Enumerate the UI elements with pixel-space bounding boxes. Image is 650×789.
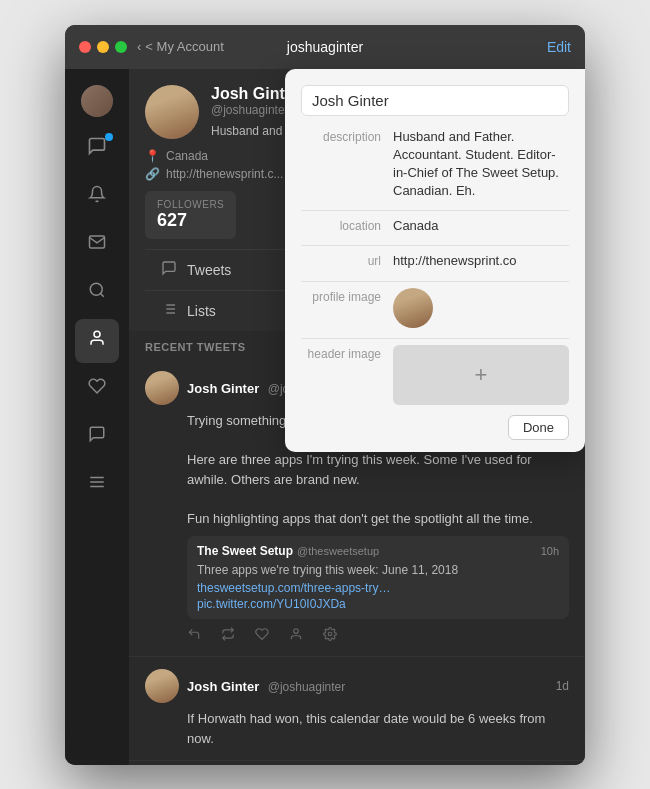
qt-handle: @thesweetsetup bbox=[297, 545, 379, 557]
edit-name-input[interactable] bbox=[301, 85, 569, 116]
profile-avatar bbox=[145, 85, 199, 139]
qt-link2[interactable]: pic.twitter.com/YU10I0JXDa bbox=[197, 597, 559, 611]
tweet-1-line-3: Fun highlighting apps that don't get the… bbox=[187, 509, 569, 529]
tweet-2-body: If Horwath had won, this calendar date w… bbox=[187, 709, 569, 748]
chat-icon bbox=[87, 136, 107, 161]
traffic-lights bbox=[79, 41, 127, 53]
sidebar-item-likes[interactable] bbox=[75, 367, 119, 411]
followers-count: 627 bbox=[157, 210, 224, 231]
edit-field-location: location Canada bbox=[301, 217, 569, 235]
sidebar-avatar bbox=[81, 85, 113, 117]
edit-header-image[interactable]: + bbox=[393, 345, 569, 405]
sidebar-item-avatar[interactable] bbox=[75, 79, 119, 123]
location-label: location bbox=[301, 217, 381, 233]
svg-point-0 bbox=[90, 283, 102, 295]
sidebar bbox=[65, 69, 129, 765]
close-button[interactable] bbox=[79, 41, 91, 53]
svg-point-2 bbox=[94, 331, 100, 337]
like-action[interactable] bbox=[255, 627, 269, 644]
tweet-2-header: Josh Ginter @joshuaginter 1d bbox=[145, 669, 569, 703]
sidebar-item-menu[interactable] bbox=[75, 463, 119, 507]
tweet-2-avatar bbox=[145, 669, 179, 703]
edit-field-description: description Husband and Father. Accounta… bbox=[301, 128, 569, 201]
tweet-2-handle: @joshuaginter bbox=[268, 680, 346, 694]
header-image-label: header image bbox=[301, 345, 381, 361]
done-row: Done bbox=[301, 415, 569, 440]
tweets-icon bbox=[161, 260, 177, 280]
profile-icon bbox=[88, 329, 106, 352]
sidebar-item-search[interactable] bbox=[75, 271, 119, 315]
done-button[interactable]: Done bbox=[508, 415, 569, 440]
search-icon bbox=[88, 281, 106, 304]
back-button[interactable]: ‹ < My Account bbox=[137, 39, 224, 54]
heart-icon bbox=[88, 377, 106, 400]
link-icon: 🔗 bbox=[145, 167, 160, 181]
lists-icon bbox=[161, 301, 177, 321]
tweet-2-meta: Josh Ginter @joshuaginter bbox=[187, 677, 548, 695]
settings-action[interactable] bbox=[323, 627, 337, 644]
tweet-1-actions bbox=[187, 627, 569, 644]
edit-profile-popup: description Husband and Father. Accounta… bbox=[285, 69, 585, 452]
bell-icon bbox=[88, 185, 106, 208]
url-label: url bbox=[301, 252, 381, 268]
tweet-2-line-1: If Horwath had won, this calendar date w… bbox=[187, 709, 569, 748]
qt-time: 10h bbox=[541, 545, 559, 557]
quoted-tweet[interactable]: The Sweet Setup @thesweetsetup 10h Three… bbox=[187, 536, 569, 619]
dm-icon bbox=[88, 425, 106, 448]
sidebar-item-profile[interactable] bbox=[75, 319, 119, 363]
tweet-1-avatar bbox=[145, 371, 179, 405]
divider-3 bbox=[301, 281, 569, 282]
title-bar: ‹ < My Account joshuaginter Edit bbox=[65, 25, 585, 69]
qt-name: The Sweet Setup bbox=[197, 544, 293, 558]
qt-header: The Sweet Setup @thesweetsetup 10h bbox=[197, 544, 559, 558]
edit-button[interactable]: Edit bbox=[547, 39, 571, 55]
tweet-1-name: Josh Ginter bbox=[187, 381, 259, 396]
url-value-popup: http://thenewsprint.co bbox=[393, 252, 569, 270]
reply-action[interactable] bbox=[187, 627, 201, 644]
sidebar-item-chat[interactable] bbox=[75, 127, 119, 171]
edit-field-profile-image: profile image bbox=[301, 288, 569, 328]
sidebar-item-mail[interactable] bbox=[75, 223, 119, 267]
back-chevron-icon: ‹ bbox=[137, 39, 141, 54]
description-label: description bbox=[301, 128, 381, 144]
minimize-button[interactable] bbox=[97, 41, 109, 53]
sidebar-item-dm[interactable] bbox=[75, 415, 119, 459]
lists-label: Lists bbox=[187, 303, 216, 319]
tweet-2-name: Josh Ginter bbox=[187, 679, 259, 694]
tweet-2: Josh Ginter @joshuaginter 1d If Horwath … bbox=[129, 657, 585, 761]
svg-line-1 bbox=[100, 293, 103, 296]
description-value: Husband and Father. Accountant. Student.… bbox=[393, 128, 569, 201]
edit-field-header-image: header image + bbox=[301, 345, 569, 405]
followers-bar[interactable]: FOLLOWERS 627 bbox=[145, 191, 236, 239]
url-value: http://thenewsprint.c... bbox=[166, 167, 283, 181]
location-value: Canada bbox=[166, 149, 208, 163]
sidebar-item-bell[interactable] bbox=[75, 175, 119, 219]
notification-dot bbox=[105, 133, 113, 141]
edit-field-url: url http://thenewsprint.co bbox=[301, 252, 569, 270]
svg-point-12 bbox=[294, 629, 299, 634]
location-icon: 📍 bbox=[145, 149, 160, 163]
menu-icon bbox=[88, 473, 106, 496]
header-image-plus-icon: + bbox=[475, 362, 488, 388]
divider-2 bbox=[301, 245, 569, 246]
qt-body: Three apps we're trying this week: June … bbox=[197, 562, 559, 579]
tweet-1-line-2: Here are three apps I'm trying this week… bbox=[187, 450, 569, 489]
retweet-action[interactable] bbox=[221, 627, 235, 644]
tweet-2-time: 1d bbox=[556, 679, 569, 693]
edit-profile-image[interactable] bbox=[393, 288, 433, 328]
avatar-face bbox=[81, 85, 113, 117]
profile-image-label: profile image bbox=[301, 288, 381, 304]
back-label: < My Account bbox=[145, 39, 223, 54]
followers-label: FOLLOWERS bbox=[157, 199, 224, 210]
qt-link1[interactable]: thesweetsetup.com/three-apps-try… bbox=[197, 581, 559, 595]
svg-point-13 bbox=[328, 632, 332, 636]
divider-4 bbox=[301, 338, 569, 339]
avatar-face-main bbox=[145, 85, 199, 139]
location-value-popup: Canada bbox=[393, 217, 569, 235]
mail-icon bbox=[88, 233, 106, 256]
divider-1 bbox=[301, 210, 569, 211]
maximize-button[interactable] bbox=[115, 41, 127, 53]
app-window: ‹ < My Account joshuaginter Edit bbox=[65, 25, 585, 765]
share-action[interactable] bbox=[289, 627, 303, 644]
window-title: joshuaginter bbox=[287, 39, 363, 55]
